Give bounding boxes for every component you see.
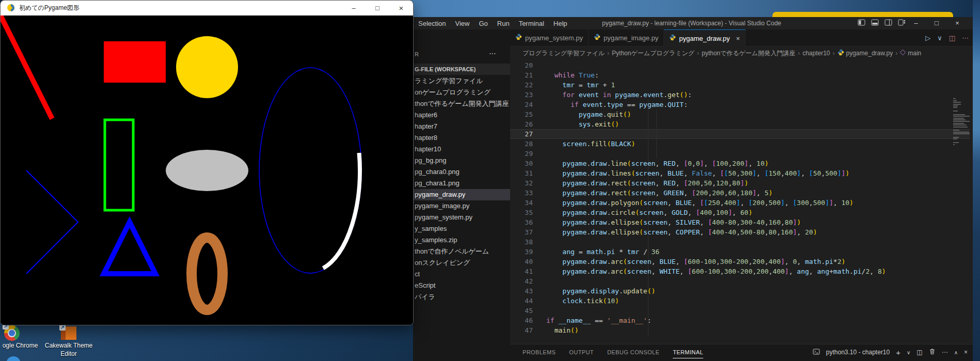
explorer-item[interactable]: y_samples.zip (410, 234, 510, 246)
panel-tab-debug-console[interactable]: DEBUG CONSOLE (607, 344, 659, 360)
token: 80 (769, 228, 777, 236)
toggle-secondary-sidebar-icon[interactable] (884, 19, 892, 28)
explorer-workspace-section[interactable]: G-FILE (WORKSPACE) (410, 64, 510, 75)
shape-circle (176, 36, 238, 98)
explorer-item[interactable]: hapter8 (410, 132, 510, 144)
breadcrumb-item[interactable]: Pythonゲームプログラミング (612, 49, 694, 58)
explorer-item[interactable]: ct (410, 269, 510, 280)
token: 160 (781, 228, 793, 236)
token: arc (611, 268, 623, 275)
explorer-item[interactable]: hapter6 (410, 109, 510, 121)
menu-help[interactable]: Help (549, 20, 572, 27)
editor-actions: ▷∨◫⋯ (925, 29, 969, 46)
code-line: 36 pygame.draw.ellipse(screen, SILVER, [… (510, 217, 973, 227)
explorer-item[interactable]: onスクレイピング (410, 257, 510, 269)
minimize-button[interactable]: – (906, 17, 926, 29)
token: - (752, 228, 756, 236)
explorer-item[interactable]: onゲームプログラミング (410, 87, 510, 98)
panel-tab-problems[interactable]: PROBLEMS (523, 344, 556, 360)
minimap[interactable] (953, 97, 971, 146)
toggle-sidebar-icon[interactable] (858, 19, 865, 28)
token: draw (591, 189, 607, 197)
tab-pygame_system.py[interactable]: pygame_system.py (510, 29, 589, 46)
terminal-session-label[interactable]: python3.10 - chapter10 (826, 349, 890, 356)
breadcrumb-item[interactable]: pygame_draw.py (837, 49, 893, 57)
chrome-icon-core (9, 330, 15, 336)
explorer-item[interactable]: pygame_draw.py (410, 189, 510, 200)
desktop-screen: SelectionViewGoRunTerminalHelp pygame_dr… (0, 0, 980, 361)
token (639, 248, 643, 256)
panel-tab-terminal[interactable]: TERMINAL (673, 344, 703, 360)
code-editor[interactable]: 2021 while True:22 tmr = tmr + 123 for e… (510, 60, 973, 344)
explorer-more-actions-icon[interactable]: ⋯ (489, 49, 496, 57)
explorer-item[interactable]: hapter7 (410, 121, 510, 132)
explorer-item[interactable]: y_samples (410, 223, 510, 234)
explorer-item[interactable]: eScript (410, 280, 510, 291)
close-button[interactable]: × (947, 17, 968, 29)
token: . (849, 268, 853, 275)
breadcrumb-item[interactable]: pythonで作るゲーム開発入門講座 (702, 49, 795, 58)
token: tmr (562, 81, 574, 89)
breadcrumb-item[interactable]: プログラミング学習ファイル (523, 49, 605, 58)
token: sys (579, 120, 591, 128)
breadcrumb-item[interactable]: chapter10 (802, 50, 830, 57)
token: ellipse (611, 218, 639, 226)
explorer-item[interactable]: hapter10 (410, 144, 510, 155)
run-dropdown-icon[interactable]: ∨ (937, 34, 942, 42)
token: . (821, 258, 825, 265)
token: , (655, 179, 663, 187)
token: ) (841, 258, 845, 265)
panel-more-icon[interactable]: ⋯ (942, 349, 948, 356)
explorer-item[interactable]: パイラ (410, 291, 510, 303)
explorer-item[interactable]: pg_bg.png (410, 155, 510, 166)
panel-tab-output[interactable]: OUTPUT (569, 344, 594, 360)
chrome-desktop-icon[interactable]: ↗ (4, 325, 20, 341)
token: QUIT (668, 101, 684, 108)
line-number: 34 (510, 198, 533, 208)
menu-go[interactable]: Go (474, 20, 492, 27)
explorer-item[interactable]: pg_chara1.png (410, 178, 510, 189)
maximize-button[interactable]: □ (926, 17, 947, 29)
token: , (797, 228, 805, 236)
minimize-button[interactable]: – (342, 1, 366, 15)
explorer-item[interactable]: ラミング学習ファイル (410, 75, 510, 87)
token: , (668, 228, 676, 236)
tab-pygame_draw.py[interactable]: pygame_draw.py× (664, 29, 746, 46)
split-terminal-icon[interactable]: ◫ (916, 349, 922, 356)
kill-terminal-icon[interactable] (929, 348, 936, 356)
customize-layout-icon[interactable] (898, 19, 906, 28)
close-button[interactable]: × (389, 1, 413, 15)
toggle-panel-icon[interactable] (871, 19, 879, 28)
minimap-line (953, 98, 956, 99)
menu-run[interactable]: Run (493, 20, 514, 27)
new-terminal-button[interactable]: + (896, 348, 900, 357)
explorer-item[interactable]: pygame_image.py (410, 200, 510, 212)
more-actions-icon[interactable]: ⋯ (962, 34, 969, 42)
token: - (736, 268, 740, 275)
token: pygame (562, 287, 587, 295)
tab-pygame_image.py[interactable]: pygame_image.py (589, 29, 664, 46)
desktop-icon-partial[interactable] (6, 356, 21, 361)
cakewalk-desktop-icon[interactable]: ↗ (61, 326, 76, 340)
split-editor-icon[interactable]: ◫ (949, 34, 955, 42)
terminal-dropdown-icon[interactable]: ∨ (907, 350, 910, 355)
menu-view[interactable]: View (450, 20, 474, 27)
explorer-item[interactable]: thonで自作ノベルゲーム (410, 246, 510, 257)
token: ( (623, 111, 627, 118)
token (623, 101, 627, 108)
explorer-item[interactable]: thonで作るゲーム開発入門講座 (410, 98, 510, 109)
breadcrumb-item[interactable]: main (900, 50, 921, 57)
menu-selection[interactable]: Selection (414, 20, 450, 27)
tab-close-icon[interactable]: × (736, 35, 740, 42)
close-panel-icon[interactable]: × (964, 349, 968, 356)
pygame-titlebar[interactable]: 初めてのPygame図形 – □ × (1, 1, 413, 15)
run-button[interactable]: ▷ (925, 34, 930, 42)
maximize-button[interactable]: □ (366, 1, 389, 15)
code-line: 33 pygame.draw.rect(screen, GREEN, [200,… (510, 188, 973, 198)
maximize-panel-icon[interactable]: ∧ (954, 350, 958, 355)
explorer-item[interactable]: pygame_system.py (410, 212, 510, 223)
token: : (688, 91, 692, 99)
menu-terminal[interactable]: Terminal (514, 20, 549, 27)
explorer-item[interactable]: pg_chara0.png (410, 166, 510, 178)
token (546, 209, 562, 216)
